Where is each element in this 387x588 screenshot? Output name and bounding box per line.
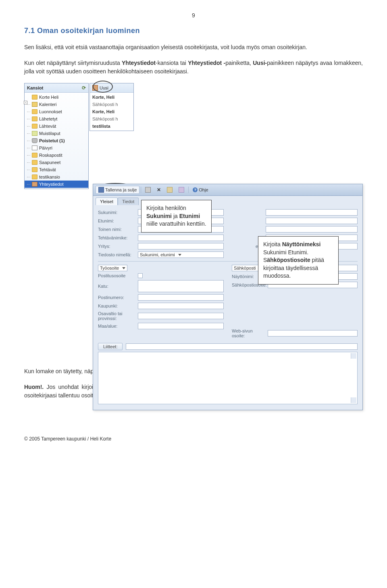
input-phone-3[interactable] [266, 226, 358, 233]
p2-f: Uusi- [253, 60, 267, 66]
scroll-up-icon[interactable] [351, 353, 356, 359]
folder-icon [32, 124, 37, 129]
c2-a: Kirjoita [263, 241, 282, 247]
list-item[interactable]: Sähköposti h [90, 101, 133, 108]
label-toinen-nimi: Toinen nimi: [98, 227, 136, 232]
folder-item-lahetetyt[interactable]: Lähetetyt [25, 115, 88, 123]
chevron-down-icon [122, 267, 125, 269]
input-kaupunki[interactable] [138, 303, 224, 309]
folder-item-korte-heli[interactable]: Korte Heli [25, 93, 88, 101]
folder-label: Yhteystiedot [39, 182, 64, 187]
folder-item-tehtavat[interactable]: Tehtävät [25, 166, 88, 173]
input-yritys[interactable] [138, 243, 224, 249]
p2-c: -kansiota tai [156, 60, 188, 66]
folder-icon [32, 175, 37, 179]
toolbar-misc-button[interactable] [164, 186, 175, 194]
callout-name-fields: Kirjoita henkilön Sukunimi ja Etunimi ni… [141, 200, 212, 233]
tab-tiedot[interactable]: Tiedot [118, 197, 139, 205]
select-value: Sukunimi, etunimi [140, 252, 175, 257]
folder-item-kalenteri[interactable]: Kalenteri [25, 101, 88, 108]
folder-item-luonnokset[interactable]: Luonnokset [25, 108, 88, 115]
contact-window: Tallenna ja sulje ✕ ? Ohje Yleiset Tiedo… [93, 184, 363, 410]
intro-paragraph: Sen lisäksi, että voit etsiä vastaanotta… [24, 43, 363, 52]
folder-label: Roskapostit [39, 153, 62, 158]
refresh-icon[interactable]: ⟳ [82, 85, 86, 91]
folder-item-poistetut[interactable]: Poistetut (1) [25, 137, 88, 144]
help-button[interactable]: ? Ohje [190, 186, 211, 193]
label-sukunimi: Sukunimi: [98, 210, 136, 215]
save-icon [98, 187, 104, 193]
folder-item-yhteystiedot[interactable]: Yhteystiedot [25, 181, 88, 188]
folder-label: Tehtävät [39, 167, 56, 172]
folder-label: Lähetetyt [39, 116, 57, 121]
input-postinumero[interactable] [138, 294, 224, 301]
trash-icon [32, 138, 37, 143]
folder-item-saapuneet[interactable]: Saapuneet [25, 159, 88, 166]
input-maa-alue[interactable] [138, 323, 224, 329]
input-tehtavanimike[interactable] [138, 235, 224, 241]
checkbox-postitusosoite[interactable] [138, 273, 143, 278]
notes-textarea[interactable] [98, 352, 358, 404]
toolbar-delete-button[interactable]: ✕ [154, 186, 164, 194]
folder-panel-title: Kansiot [27, 85, 43, 90]
list-item[interactable]: Sähköposti h [90, 115, 133, 123]
c1-d: Etunimi [179, 213, 200, 219]
label-maa-alue: Maa/alue: [98, 324, 136, 328]
input-websivun[interactable] [268, 330, 358, 337]
c1-a: Kirjoita henkilön [146, 205, 186, 211]
list-item[interactable]: testilista [90, 123, 133, 130]
label-tehtavanimike: Tehtävänimike: [98, 235, 136, 240]
label-tiedosto-nimella: Tiedosto nimellä: [98, 252, 136, 257]
paperclip-icon [145, 187, 151, 193]
input-phone-1[interactable] [266, 209, 358, 216]
input-katu[interactable] [138, 280, 224, 292]
folder-panel-header: Kansiot ⟳ [25, 83, 88, 93]
folder-item-paivyri[interactable]: Päivyri [25, 144, 88, 152]
save-and-close-button[interactable]: Tallenna ja sulje [96, 186, 139, 194]
liitteet-button[interactable]: Liitteet: [98, 343, 123, 350]
callout-email-fields: Kirjoita Näyttönimeksi Sukunimi Etunimi.… [258, 236, 339, 285]
label-etunimi: Etunimi: [98, 218, 136, 223]
misc-icon [179, 187, 184, 193]
page-number: 9 [24, 12, 363, 19]
note-icon [32, 131, 37, 136]
folder-item-roskapostit[interactable]: Roskapostit [25, 152, 88, 159]
help-icon: ? [193, 187, 198, 192]
label-osavaltio: Osavaltio tai provinssi: [98, 311, 136, 321]
form-left-lower: Työosoite Postitusosoite Katu: Postinume… [98, 265, 224, 338]
input-osavaltio[interactable] [138, 313, 224, 319]
list-item[interactable]: Korte, Heli [90, 93, 133, 101]
toolbar-attach-button[interactable] [142, 186, 154, 194]
list-item[interactable]: Korte, Heli [90, 108, 133, 115]
label-kaupunki: Kaupunki: [98, 303, 136, 308]
folder-panel: Kansiot ⟳ - Korte Heli Kalenteri Luonnok… [24, 83, 89, 189]
folder-icon [32, 109, 37, 114]
label-postinumero: Postinumero: [98, 295, 136, 300]
c2-b: Näyttönimeksi [282, 241, 321, 247]
input-liitteet[interactable] [126, 343, 358, 350]
contact-toolbar: Tallenna ja sulje ✕ ? Ohje [93, 184, 362, 196]
folder-item-muistilaput[interactable]: Muistilaput [25, 130, 88, 137]
scroll-down-icon[interactable] [351, 397, 356, 403]
folder-list: - Korte Heli Kalenteri Luonnokset Lähete… [25, 93, 88, 189]
c1-c: ja [172, 213, 179, 219]
chevron-down-icon [178, 254, 181, 256]
select-tyoosoite[interactable]: Työosoite [98, 265, 127, 271]
input-phone-2[interactable] [266, 218, 358, 224]
select-tiedosto-nimella[interactable]: Sukunimi, etunimi [138, 251, 224, 258]
tab-yleiset[interactable]: Yleiset [96, 197, 118, 205]
list-body: Korte, Heli Sähköposti h Korte, Heli Säh… [90, 93, 133, 131]
folder-item-testikansio[interactable]: testikansio [25, 173, 88, 181]
folder-label: Luonnokset [39, 109, 62, 114]
date-icon [32, 145, 37, 150]
folder-label: Muistilaput [39, 131, 60, 136]
contact-icon [32, 182, 37, 187]
toolbar-misc-button-2[interactable] [176, 186, 187, 194]
folder-icon [32, 153, 37, 158]
folder-item-lahtevat[interactable]: Lähtevät [25, 123, 88, 130]
folder-label: Lähtevät [39, 124, 56, 129]
hint-circle-uusi [93, 81, 113, 93]
folder-icon [32, 116, 37, 121]
folder-icon [32, 167, 37, 172]
section-title: 7.1 Oman osoitekirjan luominen [24, 27, 363, 35]
